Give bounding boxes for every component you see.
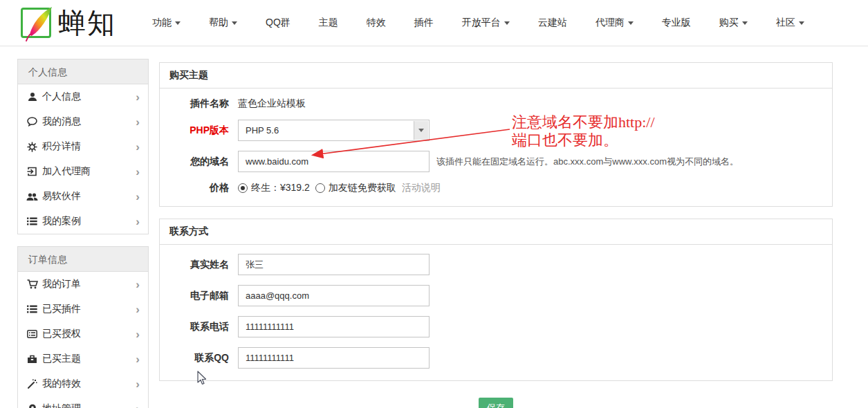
sidebar-item-personal-info[interactable]: 个人信息 › [18,84,148,109]
chevron-right-icon: › [136,304,140,315]
domain-row: 您的域名 该插件只能在固定域名运行。abc.xxx.com与www.xxx.co… [169,151,822,172]
sidebar-item-join-agent[interactable]: 加入代理商 › [18,159,148,184]
php-version-value: PHP 5.6 [246,125,279,136]
annotation-line2: 端口也不要加。 [512,131,655,149]
chevron-right-icon: › [136,166,140,178]
phone-label: 联系电话 [169,321,229,333]
sidebar-section-title: 订单信息 [18,247,148,272]
chevron-right-icon: › [136,141,140,153]
phone-row: 联系电话 [169,316,822,337]
nav-item-plugins[interactable]: 插件 [414,17,434,29]
qq-input[interactable] [238,347,430,369]
save-row: 保存 [159,398,833,408]
nav-item-qq-group[interactable]: QQ群 [266,17,290,29]
sidebar-item-address-management[interactable]: 地址管理 › [18,396,148,408]
caret-down-icon [175,21,181,25]
real-name-input[interactable] [238,254,430,275]
sidebar-item-my-orders[interactable]: 我的订单 › [18,272,148,297]
main-content: 购买主题 插件名称 蓝色企业站模板 PHP版本 PHP 5.6 您的域名 该插件… [159,62,833,408]
sidebar-item-my-effects[interactable]: 我的特效 › [18,371,148,396]
real-name-label: 真实姓名 [169,259,229,271]
contact-info-panel: 联系方式 真实姓名 电子邮箱 联系电话 联系QQ [159,219,833,381]
brand-name: 蝉知 [58,9,116,37]
sidebar-item-my-cases[interactable]: 我的案例 › [18,209,148,234]
caret-down-icon [742,21,748,25]
price-lifetime-radio[interactable] [238,183,248,193]
nav-item-effects[interactable]: 特效 [367,17,386,29]
sidebar-section-personal: 个人信息 个人信息 › 我的消息 › 积分详情 › 加入代理商 › 易软伙伴 › [17,59,149,234]
price-lifetime-label: 终生：¥319.2 [251,182,310,194]
caret-down-icon [799,21,804,25]
domain-input[interactable] [238,151,430,172]
select-arrow-icon[interactable] [414,121,428,140]
email-row: 电子邮箱 [169,285,822,306]
caret-down-icon [504,21,510,25]
price-label: 价格 [169,182,229,194]
main-nav: 功能 帮助 QQ群 主题 特效 插件 开放平台 云建站 代理商 专业版 购买 社… [152,17,833,29]
email-input[interactable] [238,285,430,306]
panel-title: 购买主题 [160,63,832,89]
phone-input[interactable] [238,316,430,337]
nav-item-open-platform[interactable]: 开放平台 [462,17,510,29]
php-version-label: PHP版本 [169,124,229,137]
nav-item-help[interactable]: 帮助 [209,17,237,29]
sidebar-section-title: 个人信息 [18,59,148,84]
annotation-note: 注意域名不要加http:// 端口也不要加。 [512,113,655,149]
map-marker-icon [26,404,38,408]
sidebar-item-points-detail[interactable]: 积分详情 › [18,134,148,159]
chevron-right-icon: › [136,378,140,390]
annotation-line1: 注意域名不要加http:// [512,113,655,131]
plugin-name-label: 插件名称 [169,98,229,110]
cart-icon [26,279,38,290]
brand-logo[interactable]: 蝉知 [21,8,116,38]
php-version-select[interactable]: PHP 5.6 [238,120,430,141]
php-version-row: PHP版本 PHP 5.6 [169,120,822,141]
list-icon [26,304,38,315]
caret-down-icon [232,21,237,25]
chevron-right-icon: › [136,116,140,128]
chevron-right-icon: › [136,91,140,103]
sign-in-icon [26,167,38,177]
sidebar: 个人信息 个人信息 › 我的消息 › 积分详情 › 加入代理商 › 易软伙伴 › [17,59,149,408]
sidebar-item-partners[interactable]: 易软伙伴 › [18,184,148,209]
domain-help-text: 该插件只能在固定域名运行。abc.xxx.com与www.xxx.com视为不同… [436,156,739,168]
domain-label: 您的域名 [169,156,229,168]
sidebar-item-bought-themes[interactable]: 已买主题 › [18,346,148,371]
nav-item-pro-version[interactable]: 专业版 [662,17,691,29]
chevron-right-icon: › [136,353,140,365]
purchase-theme-panel: 购买主题 插件名称 蓝色企业站模板 PHP版本 PHP 5.6 您的域名 该插件… [159,62,833,207]
chevron-right-icon: › [136,403,140,408]
chevron-right-icon: › [136,279,140,290]
activity-description-link[interactable]: 活动说明 [402,182,441,194]
nav-item-features[interactable]: 功能 [152,17,181,29]
email-label: 电子邮箱 [169,290,229,302]
nav-item-buy[interactable]: 购买 [719,17,748,29]
nav-item-cloud-site[interactable]: 云建站 [538,17,567,29]
panel-title: 联系方式 [160,219,832,245]
sidebar-item-my-messages[interactable]: 我的消息 › [18,109,148,134]
logo-square [21,8,51,38]
chevron-right-icon: › [136,216,140,228]
plugin-name-row: 插件名称 蓝色企业站模板 [169,98,822,110]
chevron-right-icon: › [136,328,140,340]
user-icon [26,92,38,102]
save-button[interactable]: 保存 [479,398,513,408]
list-icon [26,216,38,227]
qq-label: 联系QQ [169,352,229,364]
nav-item-agents[interactable]: 代理商 [595,17,634,29]
caret-down-icon [628,21,634,25]
real-name-row: 真实姓名 [169,254,822,275]
wand-icon [26,379,38,389]
qq-row: 联系QQ [169,347,822,369]
sidebar-item-bought-plugins[interactable]: 已买插件 › [18,297,148,322]
comment-icon [26,117,38,127]
nav-item-community[interactable]: 社区 [776,17,804,29]
price-friendlink-radio[interactable] [315,183,325,193]
sidebar-item-bought-licenses[interactable]: 已买授权 › [18,322,148,346]
gear-icon [26,142,38,152]
sidebar-section-orders: 订单信息 我的订单 › 已买插件 › 已买授权 › 已买主题 › 我的特效 › [17,246,149,408]
price-friendlink-label: 加友链免费获取 [329,182,396,194]
top-header: 蝉知 功能 帮助 QQ群 主题 特效 插件 开放平台 云建站 代理商 专业版 购… [0,0,868,46]
nav-item-themes[interactable]: 主题 [319,17,338,29]
users-icon [26,192,38,202]
